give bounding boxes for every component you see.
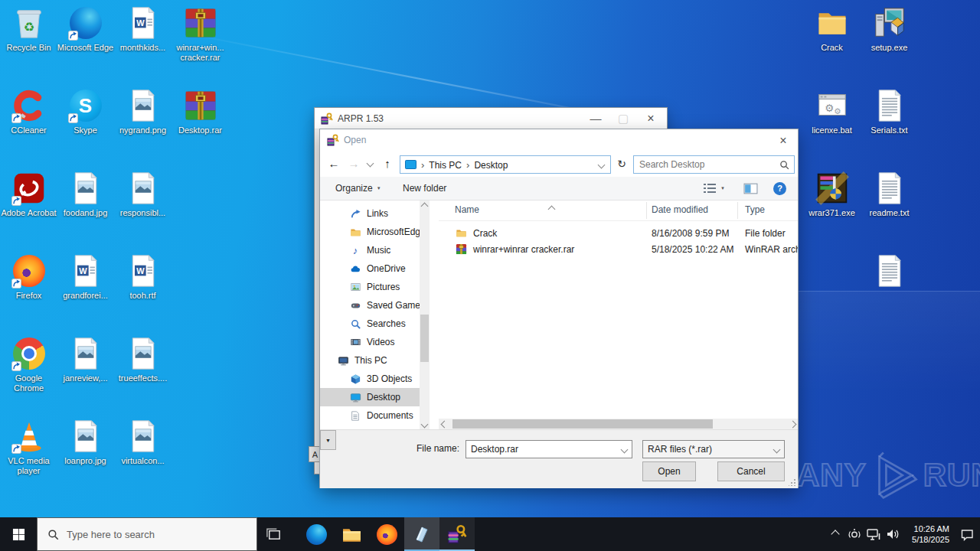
up-button[interactable]: ↑ — [378, 154, 397, 172]
new-folder-button[interactable]: New folder — [403, 177, 446, 200]
column-header-type[interactable]: Type — [745, 204, 765, 215]
desktop-icon-monthkids[interactable]: Wmonthkids... — [114, 5, 172, 53]
desktop-icon-desktop-rar[interactable]: Desktop.rar — [172, 87, 229, 135]
view-mode-button[interactable]: ▼ — [703, 177, 725, 200]
start-button[interactable] — [0, 517, 37, 551]
arpr-maximize-button[interactable]: ▢ — [610, 108, 636, 129]
desktop-icon-responsibl[interactable]: responsibl... — [114, 170, 172, 218]
taskbar-clock[interactable]: 10:26 AM 5/18/2025 — [902, 523, 949, 545]
preview-pane-button[interactable] — [743, 177, 758, 200]
desktop-icon-microsoft-edge[interactable]: Microsoft Edge — [57, 5, 114, 53]
sidebar-item-pictures[interactable]: Pictures — [320, 278, 420, 296]
task-view-button[interactable] — [257, 517, 289, 551]
column-header-name[interactable]: Name — [455, 204, 479, 215]
taskbar-running-app-glass[interactable] — [404, 517, 439, 551]
file-row-winrar-winrar-cracker-rar[interactable]: winrar+winrar cracker.rar5/18/2025 10:22… — [439, 241, 798, 257]
desktop-icon-text-doc[interactable] — [861, 253, 918, 291]
breadcrumb-chevron[interactable]: › — [466, 159, 469, 171]
desktop-icon-firefox[interactable]: Firefox — [0, 253, 57, 301]
desktop-icon-crack[interactable]: Crack — [803, 5, 861, 53]
desktop-icon-winrar-win-cracker-rar[interactable]: winrar+win... cracker.rar — [172, 5, 229, 63]
scrollbar-thumb[interactable] — [452, 419, 713, 429]
desktop-icon-wrar371-exe[interactable]: wrar371.exe — [803, 170, 861, 218]
sidebar-item-links[interactable]: Links — [320, 204, 420, 223]
recent-locations-chevron[interactable] — [364, 154, 375, 172]
forward-button[interactable]: → — [345, 154, 363, 172]
desktop-icon-ccleaner[interactable]: CCleaner — [0, 87, 57, 135]
scroll-right-button[interactable] — [787, 419, 798, 429]
open-dialog[interactable]: Open × ← → ↑ ›This PC›Desktop ↻ Search D… — [319, 129, 799, 488]
tray-show-hidden-icons-button[interactable] — [825, 517, 844, 551]
help-button[interactable]: ? — [773, 177, 786, 200]
sidebar-item-3d-objects[interactable]: 3D Objects — [320, 370, 420, 388]
taskbar-running-app-arpr[interactable] — [439, 517, 475, 551]
taskbar-search-placeholder: Type here to search — [67, 529, 155, 540]
sidebar-item-videos[interactable]: Videos — [320, 333, 420, 351]
desktop-icon-vlc-media-player[interactable]: VLC media player — [0, 418, 57, 476]
resize-grip[interactable] — [789, 479, 795, 486]
desktop-icon-licenxe-bat[interactable]: ⚙⚙licenxe.bat — [803, 87, 861, 135]
desktop-icon-grandforei[interactable]: Wgrandforei... — [57, 253, 114, 301]
desktop-icon-recycle-bin[interactable]: ♻Recycle Bin — [0, 5, 57, 53]
column-header-date[interactable]: Date modified — [652, 204, 708, 215]
tray-network-icon[interactable] — [864, 517, 883, 551]
arpr-titlebar[interactable]: ARPR 1.53 — ▢ × — [315, 108, 667, 129]
desktop-icon-readme-txt[interactable]: readme.txt — [861, 170, 918, 218]
taskbar-file-explorer-button[interactable] — [334, 517, 369, 551]
sidebar-item-saved-games[interactable]: Saved Games — [320, 296, 420, 315]
chevron-down-icon[interactable] — [774, 444, 779, 455]
arpr-close-button[interactable]: × — [638, 108, 664, 129]
desktop-icon-janreview[interactable]: janreview,... — [57, 335, 114, 383]
sidebar-item-microsoftedge[interactable]: MicrosoftEdge — [320, 223, 420, 241]
desktop-icon-adobe-acrobat[interactable]: Adobe Acrobat — [0, 170, 57, 218]
desktop-icon-loanpro-jpg[interactable]: loanpro.jpg — [57, 418, 114, 466]
horizontal-scrollbar[interactable] — [439, 419, 798, 429]
organize-button[interactable]: Organize▼ — [335, 177, 381, 200]
back-button[interactable]: ← — [325, 154, 343, 172]
breadcrumb-segment-desktop[interactable]: Desktop — [474, 160, 508, 171]
sidebar-item-documents[interactable]: Documents — [320, 406, 420, 425]
sidebar-item-music[interactable]: ♪Music — [320, 241, 420, 259]
taskbar-search-input[interactable]: Type here to search — [37, 517, 257, 551]
dialog-close-button[interactable]: × — [770, 130, 796, 151]
scrollbar-thumb[interactable] — [420, 315, 429, 362]
open-split-arrow[interactable]: ▼ — [320, 430, 336, 450]
chevron-down-icon[interactable] — [622, 444, 627, 455]
desktop-icon-tooh-rtf[interactable]: Wtooh.rtf — [114, 253, 172, 301]
tray-volume-icon[interactable] — [883, 517, 902, 551]
file-name-input[interactable]: Desktop.rar — [466, 440, 632, 458]
search-input[interactable]: Search Desktop — [633, 155, 795, 174]
taskbar-edge-button[interactable] — [299, 517, 334, 551]
open-dialog-titlebar[interactable]: Open × — [320, 129, 798, 151]
file-date-cell: 8/16/2008 9:59 PM — [652, 228, 729, 239]
open-button[interactable]: Open — [642, 461, 696, 481]
desktop-icon-virtualcon[interactable]: virtualcon... — [114, 418, 172, 466]
address-bar[interactable]: ›This PC›Desktop — [400, 155, 611, 174]
sidebar-item-desktop[interactable]: Desktop — [320, 388, 420, 406]
address-dropdown-chevron[interactable] — [599, 159, 604, 170]
scroll-left-button[interactable] — [439, 419, 449, 429]
breadcrumb-chevron[interactable]: › — [421, 159, 424, 171]
desktop-icon-foodand-jpg[interactable]: foodand.jpg — [57, 170, 114, 218]
desktop-icon-serials-txt[interactable]: Serials.txt — [861, 87, 918, 135]
action-center-button[interactable] — [954, 517, 980, 551]
desktop-icon-trueeffects[interactable]: trueeffects.... — [114, 335, 172, 383]
sidebar-item-onedrive[interactable]: OneDrive — [320, 259, 420, 278]
scroll-down-button[interactable] — [420, 419, 430, 429]
taskbar-firefox-button[interactable] — [369, 517, 404, 551]
scroll-up-button[interactable] — [420, 201, 430, 211]
breadcrumb-segment-this-pc[interactable]: This PC — [429, 160, 462, 171]
cancel-button[interactable]: Cancel — [717, 461, 785, 481]
arpr-minimize-button[interactable]: — — [583, 108, 609, 129]
desktop-icon-nygrand-png[interactable]: nygrand.png — [114, 87, 172, 135]
desktop-icon-skype[interactable]: SSkype — [57, 87, 114, 135]
desktop-icon-setup-exe[interactable]: setup.exe — [861, 5, 918, 53]
sidebar-scrollbar[interactable] — [420, 201, 430, 429]
file-type-select[interactable]: RAR files (*.rar) — [642, 440, 785, 458]
sidebar-item-searches[interactable]: Searches — [320, 315, 420, 333]
desktop-icon-google-chrome[interactable]: Google Chrome — [0, 335, 57, 393]
tray-recording-icon[interactable] — [844, 517, 864, 551]
refresh-button[interactable]: ↻ — [613, 155, 630, 172]
file-row-crack[interactable]: Crack8/16/2008 9:59 PMFile folder — [439, 225, 798, 241]
sidebar-item-this-pc[interactable]: This PC — [320, 351, 420, 370]
